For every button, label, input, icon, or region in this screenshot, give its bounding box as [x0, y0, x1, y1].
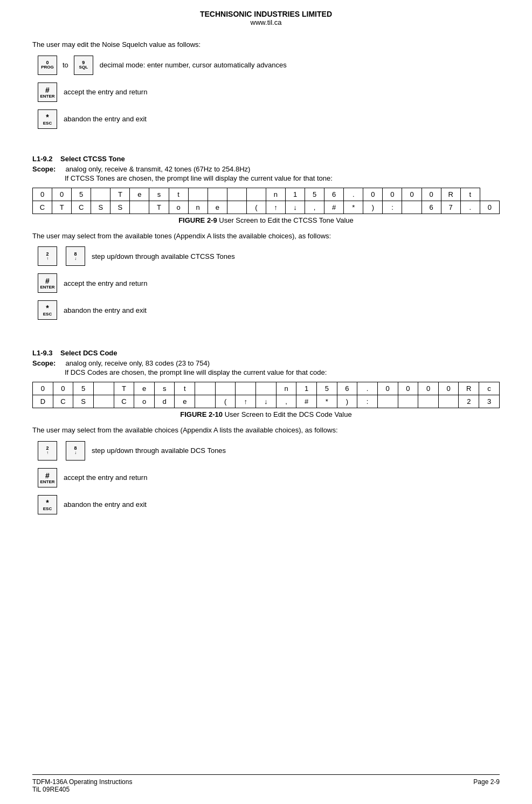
- esc-key-icon: * ESC: [38, 109, 57, 129]
- footer-page: Page 2-9: [473, 778, 500, 793]
- abandon-icon-row: * ESC abandon the entry and exit: [38, 109, 500, 129]
- enter-key-icon-ctcss: # ENTER: [38, 273, 57, 293]
- esc-key-icon-dcs: * ESC: [38, 495, 57, 514]
- dcs-abandon-icon-row: * ESC abandon the entry and exit: [38, 495, 500, 514]
- ctcss-table-row2: C T C S S T o n e ( ↑ ↓ , # * ) : 6: [33, 201, 500, 214]
- section-l193-heading: L1-9.3 Select DCS Code: [32, 349, 500, 357]
- accept-label: accept the entry and return: [64, 88, 147, 96]
- ctcss-step-icon-row: 2 ↑ 8 ↓ step up/down through available C…: [38, 246, 500, 266]
- company-name: TECHNISONIC INDUSTRIES LIMITED: [32, 10, 500, 18]
- enter-key-icon-dcs: # ENTER: [38, 468, 57, 487]
- dcs-table-row1: 0 0 5 T e s t n 1 5 6 . 0 0 0 0: [33, 382, 500, 395]
- dcs-accept-label: accept the entry and return: [64, 473, 147, 482]
- figure-2-10-caption: FIGURE 2-10 User Screen to Edit the DCS …: [32, 410, 500, 418]
- section-l192-title: Select CTCSS Tone: [60, 155, 125, 163]
- dcs-abandon-label: abandon the entry and exit: [64, 500, 147, 508]
- section-l192-num: L1-9.2: [32, 155, 53, 163]
- footer-doc-name: TDFM-136A Operating Instructions: [32, 778, 132, 786]
- ctcss-table: 0 0 5 T e s t n 1 5 6 . 0 0 0 0: [32, 188, 500, 214]
- section-l193-num: L1-9.3: [32, 349, 53, 357]
- enter-key-icon: # ENTER: [38, 83, 57, 102]
- ctcss-step-text: The user may select from the available t…: [32, 231, 500, 242]
- section-l193-scope2: If DCS Codes are chosen, the prompt line…: [65, 368, 500, 376]
- noise-squelch-desc: decimal mode: enter number, cursor autom…: [100, 61, 287, 69]
- abandon-label: abandon the entry and exit: [64, 115, 147, 123]
- ctcss-accept-label: accept the entry and return: [64, 279, 147, 287]
- esc-key-icon-ctcss: * ESC: [38, 300, 57, 320]
- section-l193-title: Select DCS Code: [60, 349, 117, 357]
- figure-2-9-caption: FIGURE 2-9 User Screen to Edit the CTCSS…: [32, 216, 500, 224]
- section-l192-scope: Scope: analog only, receive & transmit, …: [32, 165, 500, 173]
- page-wrapper: TECHNISONIC INDUSTRIES LIMITED www.til.c…: [0, 0, 532, 804]
- footer-left: TDFM-136A Operating Instructions TiL 09R…: [32, 778, 132, 793]
- dcs-table-row2: D C S C o d e ( ↑ ↓ , # * ) :: [33, 395, 500, 408]
- accept-icon-row: # ENTER accept the entry and return: [38, 83, 500, 102]
- section-l193-scope: Scope: analog only, receive only, 83 cod…: [32, 359, 500, 367]
- dcs-step-icon-row: 2 ↑ 8 ↓ step up/down through available D…: [38, 441, 500, 461]
- down-key-icon-ctcss: 8 ↓: [66, 246, 85, 266]
- up-key-icon-dcs: 2 ↑: [38, 441, 57, 461]
- dcs-step-text: The user may select from the available c…: [32, 425, 500, 436]
- company-url: www.til.ca: [32, 18, 500, 26]
- to-label: to: [63, 61, 68, 69]
- ctcss-abandon-label: abandon the entry and exit: [64, 306, 147, 314]
- up-key-icon-ctcss: 2 ↑: [38, 246, 57, 266]
- page-header: TECHNISONIC INDUSTRIES LIMITED www.til.c…: [32, 10, 500, 26]
- section-l192-heading: L1-9.2 Select CTCSS Tone: [32, 155, 500, 163]
- ctcss-accept-icon-row: # ENTER accept the entry and return: [38, 273, 500, 293]
- prog-key-icon: 0 PROG: [38, 56, 57, 75]
- intro-text: The user may edit the Noise Squelch valu…: [32, 39, 500, 50]
- dcs-table: 0 0 5 T e s t n 1 5 6 . 0 0 0 0: [32, 382, 500, 408]
- ctcss-step-desc: step up/down through available CTCSS Ton…: [92, 252, 235, 260]
- dcs-step-desc: step up/down through available DCS Tones: [92, 446, 226, 455]
- ctcss-table-row1: 0 0 5 T e s t n 1 5 6 . 0 0 0 0: [33, 188, 500, 201]
- section-l192: L1-9.2 Select CTCSS Tone Scope: analog o…: [32, 143, 500, 328]
- down-key-icon-dcs: 8 ↓: [66, 441, 85, 461]
- noise-squelch-icon-row: 0 PROG to 9 SQL decimal mode: enter numb…: [38, 56, 500, 75]
- footer-doc-code: TiL 09RE405: [32, 786, 132, 793]
- section-l192-scope2: If CTCSS Tones are chosen, the prompt li…: [65, 174, 500, 182]
- sql-key-icon: 9 SQL: [74, 56, 93, 75]
- dcs-accept-icon-row: # ENTER accept the entry and return: [38, 468, 500, 487]
- section-l193: L1-9.3 Select DCS Code Scope: analog onl…: [32, 337, 500, 522]
- page-footer: TDFM-136A Operating Instructions TiL 09R…: [32, 774, 500, 793]
- ctcss-abandon-icon-row: * ESC abandon the entry and exit: [38, 300, 500, 320]
